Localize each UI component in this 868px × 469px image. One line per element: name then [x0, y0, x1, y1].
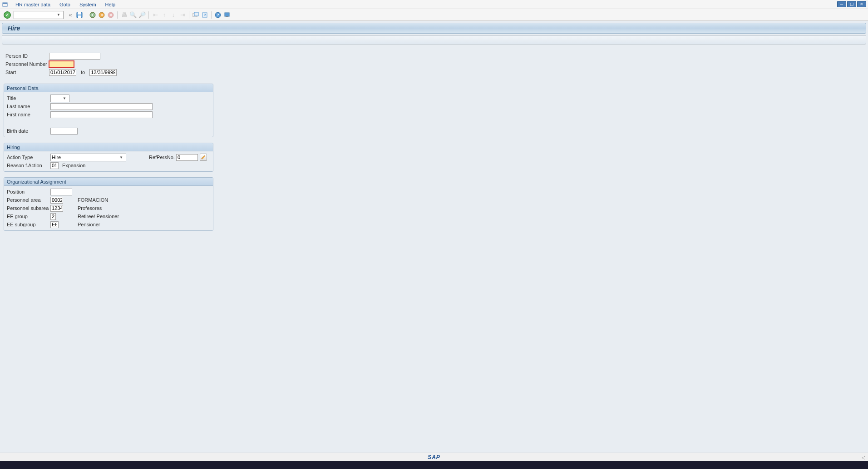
reason-code-input[interactable] [50, 162, 59, 169]
header-fields: Person ID Personnel Number Start to [4, 50, 864, 78]
personal-data-group: Personal Data Title ▼ Last name First na… [4, 84, 213, 137]
enter-icon[interactable]: ✓ [4, 11, 11, 19]
menu-hr-master-data[interactable]: HR master data [11, 2, 55, 7]
person-id-label: Person ID [4, 53, 49, 59]
birth-date-label: Birth date [5, 128, 50, 134]
start-label: Start [4, 70, 49, 75]
ee-subgroup-label: EE subgroup [5, 222, 50, 227]
back-icon[interactable] [89, 11, 97, 19]
action-type-select[interactable]: Hire ▼ [50, 154, 126, 161]
svg-text:?: ? [217, 13, 219, 17]
end-date-input[interactable] [89, 69, 117, 76]
ee-group-label: EE group [5, 214, 50, 219]
menu-help[interactable]: Help [101, 2, 120, 7]
dropdown-arrow-icon: ▼ [119, 155, 125, 160]
print-icon[interactable]: 🖶 [120, 11, 128, 19]
action-type-label: Action Type [5, 155, 50, 160]
maximize-button[interactable]: ▢ [847, 1, 856, 7]
find-icon[interactable]: 🔍 [129, 11, 137, 19]
next-page-icon[interactable]: ↓ [169, 11, 178, 19]
app-icon [2, 1, 8, 8]
separator [189, 11, 189, 19]
reason-text: Expansion [62, 163, 85, 168]
title-label: Title [5, 95, 50, 101]
help-icon[interactable]: ? [214, 11, 222, 19]
cancel-icon[interactable] [107, 11, 115, 19]
title-select[interactable]: ▼ [50, 95, 69, 102]
ee-group-text: Retiree/ Pensioner [78, 214, 119, 219]
ref-pers-no-input[interactable] [176, 154, 198, 161]
svg-rect-14 [226, 16, 228, 17]
first-page-icon[interactable]: ⇤ [151, 11, 159, 19]
svg-point-5 [90, 12, 95, 18]
taskbar [0, 461, 868, 469]
org-assignment-header: Organizational Assignment [4, 178, 213, 186]
svg-rect-1 [3, 3, 7, 4]
svg-rect-3 [78, 12, 81, 15]
last-name-label: Last name [5, 104, 50, 109]
title-bar: Hire [2, 23, 866, 34]
close-button[interactable]: ✕ [857, 1, 866, 7]
ref-pers-no-label: RefPersNo. [149, 155, 176, 160]
personnel-area-label: Personnel area [5, 197, 50, 203]
menu-goto[interactable]: Goto [55, 2, 75, 7]
menu-bar: HR master data Goto System Help ─ ▢ ✕ [0, 0, 868, 9]
to-label: to [81, 70, 85, 75]
find-next-icon[interactable]: 🔎 [138, 11, 146, 19]
svg-rect-4 [78, 15, 81, 18]
page-title: Hire [8, 25, 20, 32]
personnel-subarea-label: Personnel subarea [5, 205, 50, 211]
shortcut-icon[interactable] [201, 11, 209, 19]
sap-logo: SAP [428, 454, 440, 460]
dropdown-arrow-icon: ▼ [57, 13, 62, 17]
save-icon[interactable] [75, 11, 84, 19]
person-id-input[interactable] [49, 53, 100, 60]
separator [117, 11, 118, 19]
hiring-header: Hiring [4, 143, 213, 151]
reason-label: Reason f.Action [5, 163, 50, 168]
personal-data-header: Personal Data [4, 84, 213, 92]
position-label: Position [5, 189, 50, 195]
separator [211, 11, 212, 19]
svg-rect-13 [225, 13, 229, 16]
menu-system[interactable]: System [75, 2, 101, 7]
command-field[interactable]: ▼ [14, 11, 64, 19]
separator [148, 11, 149, 19]
first-name-input[interactable] [50, 111, 153, 118]
personnel-subarea-input[interactable] [50, 205, 63, 212]
app-toolbar [2, 35, 866, 45]
layout-icon[interactable] [223, 11, 231, 19]
personnel-subarea-text: Profesores [78, 205, 102, 211]
status-arrow-icon[interactable]: ◁ [862, 455, 865, 460]
exit-icon[interactable] [98, 11, 106, 19]
position-input[interactable] [50, 189, 72, 195]
content-area: Person ID Personnel Number Start to Pers… [0, 46, 868, 234]
separator [86, 11, 86, 19]
personnel-area-input[interactable] [50, 197, 63, 204]
main-toolbar: ✓ ▼ « 🖶 🔍 🔎 ⇤ ↑ ↓ ⇥ ? [0, 9, 868, 21]
dropdown-arrow-icon: ▼ [63, 96, 68, 100]
prev-page-icon[interactable]: ↑ [160, 11, 168, 19]
personnel-number-input[interactable] [49, 61, 74, 68]
ee-subgroup-input[interactable] [50, 221, 59, 228]
new-session-icon[interactable] [192, 11, 200, 19]
edit-ref-button[interactable] [200, 154, 207, 161]
status-bar: SAP [0, 453, 868, 461]
last-name-input[interactable] [50, 103, 153, 110]
first-name-label: First name [5, 112, 50, 117]
minimize-button[interactable]: ─ [837, 1, 846, 7]
birth-date-input[interactable] [50, 128, 78, 135]
last-page-icon[interactable]: ⇥ [178, 11, 187, 19]
svg-rect-9 [194, 12, 198, 16]
org-assignment-group: Organizational Assignment Position Perso… [4, 177, 213, 231]
window-controls: ─ ▢ ✕ [837, 1, 866, 7]
ee-group-input[interactable] [50, 213, 56, 220]
back-double-icon[interactable]: « [66, 11, 74, 19]
personnel-number-label: Personnel Number [4, 61, 49, 67]
hiring-group: Hiring Action Type Hire ▼ RefPersNo. Rea… [4, 143, 213, 172]
personnel-area-text: FORMACION [78, 197, 108, 203]
ee-subgroup-text: Pensioner [78, 222, 100, 227]
start-date-input[interactable] [49, 69, 76, 76]
